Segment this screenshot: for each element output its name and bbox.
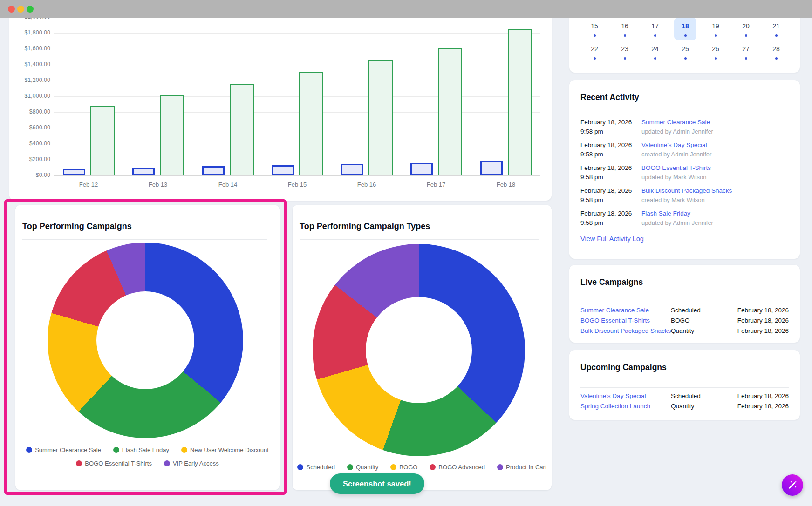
bar-series-green	[508, 29, 532, 175]
campaign-name-link[interactable]: Summer Clearance Sale	[580, 307, 671, 314]
campaigns-donut-legend: Summer Clearance SaleFlash Sale FridayNe…	[15, 446, 280, 467]
event-dot-icon	[745, 34, 747, 37]
campaign-name-link[interactable]: BOGO Essential T-Shirts	[580, 317, 671, 324]
toast-notification: Screenshot saved!	[330, 473, 424, 494]
day-number: 27	[735, 40, 757, 53]
bar-series-green	[368, 60, 393, 175]
campaign-date-cell: February 18, 2026	[730, 317, 789, 324]
zoom-button[interactable]	[27, 6, 34, 13]
activity-detail: Flash Sale Fridayupdated by Admin Jennif…	[641, 209, 713, 228]
campaign-types-donut-legend: ScheduledQuantityBOGOBOGO AdvancedProduc…	[293, 464, 552, 471]
divider	[580, 111, 789, 111]
day-number: 23	[614, 40, 636, 53]
calendar-card: 1516171819202122232425262728	[569, 9, 800, 73]
legend-item: Flash Sale Friday	[113, 446, 169, 453]
activity-campaign-link[interactable]: Valentine's Day Special	[641, 142, 707, 148]
upcoming-campaigns-card: Upcoming Campaigns Valentine's Day Speci…	[569, 350, 800, 420]
activity-campaign-link[interactable]: BOGO Essential T-Shirts	[641, 164, 711, 171]
calendar-day-18[interactable]: 18	[674, 18, 696, 40]
view-full-activity-log-link[interactable]: View Full Activity Log	[580, 235, 644, 243]
calendar-day-17[interactable]: 17	[644, 18, 666, 40]
day-number: 20	[735, 18, 757, 30]
calendar-day-15[interactable]: 15	[583, 18, 606, 40]
legend-label: BOGO Essential T-Shirts	[85, 460, 152, 467]
y-axis-tick-label: $1,600.00	[11, 45, 50, 52]
legend-label: BOGO Advanced	[438, 464, 485, 471]
legend-color-dot	[497, 464, 503, 470]
activity-action: updated by Admin Jennifer	[641, 127, 713, 136]
bar-series-blue	[202, 166, 225, 175]
x-axis-tick-label: Feb 16	[343, 181, 390, 188]
activity-row: February 18, 20269:58 pmFlash Sale Frida…	[580, 209, 789, 228]
gridline	[54, 49, 540, 49]
bar-series-blue	[132, 168, 155, 175]
day-number: 18	[674, 18, 696, 30]
calendar-day-26[interactable]: 26	[704, 40, 727, 63]
y-axis-tick-label: $1,200.00	[11, 77, 50, 83]
section-title: Upcoming Campaigns	[580, 363, 667, 372]
calendar-day-16[interactable]: 16	[614, 18, 636, 40]
calendar-day-23[interactable]: 23	[614, 40, 636, 63]
y-axis-tick-label: $400.00	[11, 140, 50, 147]
campaign-name-link[interactable]: Spring Collection Launch	[580, 403, 671, 410]
magic-wand-fab-button[interactable]	[782, 474, 803, 496]
y-axis-tick-label: $200.00	[11, 156, 50, 162]
activity-detail: Valentine's Day Specialcreated by Admin …	[641, 141, 711, 159]
minimize-button[interactable]	[17, 6, 24, 13]
calendar-day-24[interactable]: 24	[644, 40, 666, 63]
top-performing-campaign-types-card: Top Performing Campaign Types ScheduledQ…	[293, 205, 552, 490]
top-performing-campaigns-card: Top Performing Campaigns Summer Clearanc…	[15, 205, 280, 490]
x-axis-tick-label: Feb 18	[483, 181, 529, 188]
calendar-day-20[interactable]: 20	[735, 18, 757, 40]
calendar-day-25[interactable]: 25	[674, 40, 696, 63]
activity-campaign-link[interactable]: Bulk Discount Packaged Snacks	[641, 187, 732, 194]
calendar-day-21[interactable]: 21	[765, 18, 787, 40]
campaign-type-cell: Scheduled	[671, 307, 730, 314]
campaign-date-cell: February 18, 2026	[730, 307, 789, 314]
activity-detail: BOGO Essential T-Shirtsupdated by Mark W…	[641, 163, 711, 182]
activity-date: February 18, 2026	[580, 186, 641, 196]
calendar-day-28[interactable]: 28	[765, 40, 787, 63]
activity-time: 9:58 pm	[580, 127, 641, 136]
table-row: Bulk Discount Packaged SnacksQuantityFeb…	[580, 327, 789, 337]
activity-action: created by Admin Jennifer	[641, 150, 711, 159]
activity-time: 9:58 pm	[580, 150, 641, 159]
bar-series-blue	[341, 164, 363, 175]
legend-item: BOGO	[390, 464, 417, 471]
activity-date: February 18, 2026	[580, 141, 641, 150]
campaign-name-link[interactable]: Valentine's Day Special	[580, 392, 671, 399]
revenue-bar-chart-card: $0.00$200.00$400.00$600.00$800.00$1,000.…	[9, 18, 552, 201]
divider	[580, 387, 789, 388]
gridline	[54, 33, 540, 34]
legend-item: Quantity	[347, 464, 378, 471]
activity-row: February 18, 20269:58 pmBulk Discount Pa…	[580, 186, 789, 205]
activity-action: updated by Mark Wilson	[641, 173, 711, 182]
event-dot-icon	[745, 57, 747, 60]
campaign-types-donut-chart	[313, 244, 525, 456]
y-axis-tick-label: $2,000.00	[11, 18, 50, 20]
gridline	[54, 160, 540, 160]
day-number: 15	[583, 18, 606, 30]
campaign-name-link[interactable]: Bulk Discount Packaged Snacks	[580, 327, 671, 334]
event-dot-icon	[654, 57, 656, 60]
divider	[300, 239, 539, 240]
activity-campaign-link[interactable]: Flash Sale Friday	[641, 210, 690, 217]
gridline	[54, 144, 540, 144]
gridline	[54, 175, 540, 176]
legend-color-dot	[390, 464, 396, 470]
event-dot-icon	[594, 57, 596, 60]
legend-item: Scheduled	[297, 464, 334, 471]
calendar-day-22[interactable]: 22	[583, 40, 606, 63]
donut-hole	[366, 297, 472, 403]
legend-label: BOGO	[399, 464, 417, 471]
y-axis-tick-label: $0.00	[11, 172, 50, 178]
live-campaigns-table: Summer Clearance SaleScheduledFebruary 1…	[580, 307, 789, 337]
campaign-type-cell: BOGO	[671, 317, 730, 324]
activity-campaign-link[interactable]: Summer Clearance Sale	[641, 119, 710, 126]
gridline	[54, 128, 540, 128]
close-button[interactable]	[8, 6, 15, 13]
calendar-day-27[interactable]: 27	[735, 40, 757, 63]
legend-row: BOGO Essential T-ShirtsVIP Early Access	[15, 460, 280, 467]
calendar-day-19[interactable]: 19	[704, 18, 727, 40]
day-number: 19	[704, 18, 727, 30]
